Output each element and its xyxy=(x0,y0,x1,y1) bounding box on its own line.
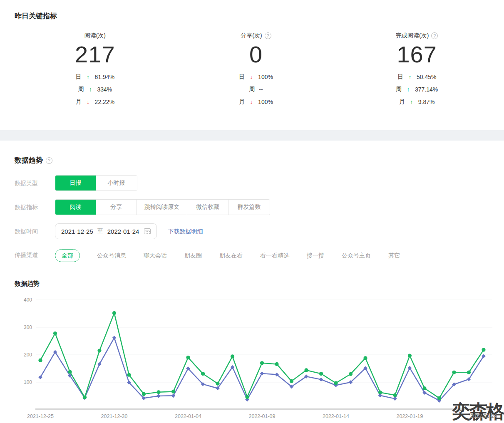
tab-share[interactable]: 分享 xyxy=(96,200,137,215)
period-label: 日 xyxy=(397,73,403,81)
trend-arrow-icon: ↑ xyxy=(88,86,93,93)
help-icon[interactable]: ? xyxy=(431,32,438,39)
metric-read-value: 217 xyxy=(15,42,176,67)
svg-text:2021-12-25: 2021-12-25 xyxy=(27,413,54,419)
channel-list: 全部 公众号消息 聊天会话 朋友圈 朋友在看 看一看精选 搜一搜 公众号主页 其… xyxy=(55,249,400,262)
metric-read-changes: 日↑61.94% 周↑334% 月↓22.22% xyxy=(15,71,176,108)
channel-label: 传播渠道 xyxy=(15,249,55,262)
help-icon[interactable]: ? xyxy=(46,157,52,164)
section-divider xyxy=(0,130,504,141)
metric-complete-read-value: 167 xyxy=(336,42,497,67)
change-value: 334% xyxy=(97,86,112,93)
period-label: 日 xyxy=(76,73,82,81)
metric-read-label: 阅读(次) xyxy=(15,32,176,40)
change-value: 377.14% xyxy=(415,86,438,93)
metric-share-label-text: 分享(次) xyxy=(241,32,262,40)
channel-official-message[interactable]: 公众号消息 xyxy=(97,249,127,262)
metric-complete-read-changes: 日↑50.45% 周↑377.14% 月↑9.87% xyxy=(336,71,497,108)
filter-row-data-metric: 数据指标 阅读 分享 跳转阅读原文 微信收藏 群发篇数 xyxy=(15,199,270,215)
svg-text:2022-01-14: 2022-01-14 xyxy=(323,413,349,419)
data-type-label: 数据类型 xyxy=(15,175,55,191)
chart-title-text: 数据趋势 xyxy=(15,280,40,288)
trend-chart-canvas[interactable]: 1002003004002021-12-252021-12-302022-01-… xyxy=(15,294,493,423)
data-trend-section-title: 数据趋势 ? xyxy=(15,156,52,165)
metric-share-changes: 日↓100% 周-- 月↓100% xyxy=(176,71,337,108)
trend-chart[interactable]: 1002003004002021-12-252021-12-302022-01-… xyxy=(15,294,493,423)
filter-row-channel: 传播渠道 全部 公众号消息 聊天会话 朋友圈 朋友在看 看一看精选 搜一搜 公众… xyxy=(15,249,400,262)
metric-read-day-row: 日↑61.94% xyxy=(15,71,176,83)
svg-text:300: 300 xyxy=(24,324,32,330)
data-trend-title-text: 数据趋势 xyxy=(15,156,43,165)
last-x-tick-label: 2022-01-24 xyxy=(470,413,497,419)
svg-text:2022-01-19: 2022-01-19 xyxy=(397,413,423,419)
period-label: 月 xyxy=(239,98,245,106)
period-label: 周 xyxy=(396,86,402,93)
date-end[interactable]: 2022-01-24 xyxy=(107,228,139,235)
period-label: 日 xyxy=(239,73,245,81)
svg-text:100: 100 xyxy=(24,379,32,385)
change-value: 61.94% xyxy=(95,74,114,80)
change-value: 100% xyxy=(258,74,273,80)
calendar-icon[interactable] xyxy=(144,228,151,234)
change-value: 50.45% xyxy=(417,74,436,80)
channel-search[interactable]: 搜一搜 xyxy=(306,249,325,262)
data-metric-label: 数据指标 xyxy=(15,199,55,215)
metric-complete-week-row: 周↑377.14% xyxy=(336,83,497,96)
tab-hourly-report[interactable]: 小时报 xyxy=(96,176,137,190)
channel-moments[interactable]: 朋友圈 xyxy=(184,249,202,262)
trend-arrow-icon: ↓ xyxy=(86,99,91,105)
period-label: 月 xyxy=(76,98,82,106)
tab-broadcast-count[interactable]: 群发篇数 xyxy=(228,200,270,215)
channel-friends-reading[interactable]: 朋友在看 xyxy=(219,249,243,262)
channel-all[interactable]: 全部 xyxy=(55,249,80,262)
metric-read-month-row: 月↓22.22% xyxy=(15,96,176,108)
metrics-row: 阅读(次) 217 日↑61.94% 周↑334% 月↓22.22% 分享(次)… xyxy=(15,32,497,108)
filter-row-data-time: 数据时间 2021-12-25 至 2022-01-24 下载数据明细 xyxy=(15,223,203,239)
svg-text:2022-01-09: 2022-01-09 xyxy=(249,413,276,419)
period-label: 周 xyxy=(78,86,84,93)
period-label: 月 xyxy=(399,98,405,106)
tab-wechat-favorite[interactable]: 微信收藏 xyxy=(187,200,228,215)
help-icon[interactable]: ? xyxy=(265,32,271,39)
trend-arrow-icon: ↑ xyxy=(407,74,412,80)
metric-complete-month-row: 月↑9.87% xyxy=(336,96,497,108)
metric-card-complete-read: 完成阅读(次) ? 167 日↑50.45% 周↑377.14% 月↑9.87% xyxy=(336,32,497,108)
change-value: 9.87% xyxy=(418,99,435,105)
channel-chat-session[interactable]: 聊天会话 xyxy=(143,249,167,262)
change-value: 22.22% xyxy=(95,99,114,105)
metric-complete-read-label-text: 完成阅读(次) xyxy=(396,32,429,40)
date-separator: 至 xyxy=(97,228,103,235)
trend-arrow-icon: ↓ xyxy=(249,99,254,105)
trend-arrow-icon: ↑ xyxy=(406,86,411,93)
download-data-link[interactable]: 下载数据明细 xyxy=(168,223,203,239)
data-time-label: 数据时间 xyxy=(15,223,55,239)
page-title-key-metrics: 昨日关键指标 xyxy=(15,11,57,21)
change-value: -- xyxy=(259,86,263,93)
trend-arrow-icon: ↑ xyxy=(409,99,414,105)
date-range-picker[interactable]: 2021-12-25 至 2022-01-24 xyxy=(55,223,157,239)
tab-jump-original[interactable]: 跳转阅读原文 xyxy=(137,200,187,215)
tab-read[interactable]: 阅读 xyxy=(55,199,96,215)
chart-title: 数据趋势 xyxy=(15,280,40,288)
metric-card-share: 分享(次) ? 0 日↓100% 周-- 月↓100% xyxy=(176,32,337,108)
metric-share-month-row: 月↓100% xyxy=(176,96,337,108)
metric-share-label: 分享(次) ? xyxy=(176,32,337,40)
period-label: 周 xyxy=(249,86,255,93)
metric-read-label-text: 阅读(次) xyxy=(84,32,106,40)
metric-share-week-row: 周-- xyxy=(176,83,337,96)
trend-arrow-icon: ↓ xyxy=(249,74,254,80)
change-value: 100% xyxy=(258,99,273,105)
tab-daily-report[interactable]: 日报 xyxy=(55,175,96,191)
date-start[interactable]: 2021-12-25 xyxy=(61,228,93,235)
svg-text:200: 200 xyxy=(24,352,32,358)
metric-read-week-row: 周↑334% xyxy=(15,83,176,96)
channel-official-homepage[interactable]: 公众号主页 xyxy=(341,249,371,262)
data-metric-toggle: 阅读 分享 跳转阅读原文 微信收藏 群发篇数 xyxy=(55,199,270,215)
svg-text:2022-01-04: 2022-01-04 xyxy=(175,413,201,419)
data-type-toggle: 日报 小时报 xyxy=(55,175,137,191)
trend-arrow-icon: ↑ xyxy=(86,74,91,80)
channel-other[interactable]: 其它 xyxy=(388,249,400,262)
metric-share-value: 0 xyxy=(176,42,337,67)
metric-card-read: 阅读(次) 217 日↑61.94% 周↑334% 月↓22.22% xyxy=(15,32,176,108)
channel-top-stories[interactable]: 看一看精选 xyxy=(260,249,290,262)
